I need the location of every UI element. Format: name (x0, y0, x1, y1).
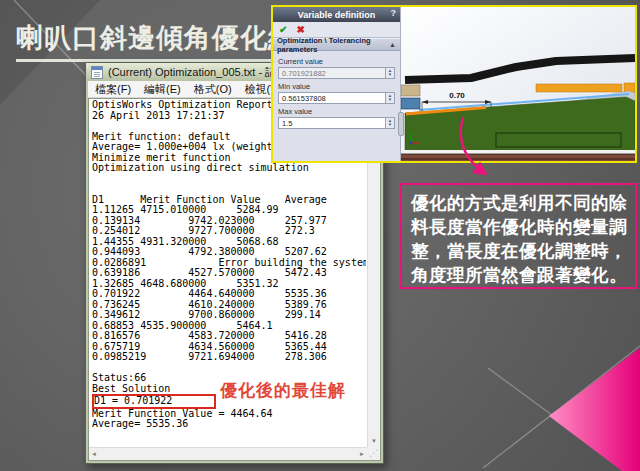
spinner-down-icon[interactable]: ▼ (388, 73, 392, 78)
slide-background: 喇叭口斜邊傾角優化結果 (Current) Optimization_005.t… (0, 0, 640, 471)
note-line: 角度理所當然會跟著變化。 (411, 263, 626, 287)
current-value-label: Current value (278, 57, 395, 66)
scroll-down-icon[interactable]: ▼ (368, 438, 380, 444)
notepad-window-title: (Current) Optimization_005.txt - 記事本 (108, 65, 298, 80)
software-screenshot-frame: Variable definition ? ✔ ✖ Optimization \… (271, 5, 637, 163)
menu-edit[interactable]: 編輯(E) (144, 82, 181, 97)
max-value-field[interactable]: 1.5 (278, 117, 386, 129)
dimension-label: 0.70 (441, 91, 473, 100)
scroll-right-icon[interactable]: ► (359, 451, 365, 457)
menu-format[interactable]: 格式(O) (194, 82, 232, 97)
spinner-down-icon[interactable]: ▼ (388, 123, 392, 128)
section-header-tolerancing[interactable]: Optimization \ Tolerancing parameters ▲ (273, 38, 400, 51)
collapse-icon[interactable]: ▲ (389, 41, 396, 48)
panel-splitter-handle[interactable] (398, 112, 404, 136)
best-solution-annotation: 優化後的最佳解 (220, 385, 346, 396)
dialog-title: Variable definition (298, 10, 376, 20)
scroll-left-icon[interactable]: ◄ (91, 451, 97, 457)
note-line: 料長度當作優化時的變量調 (411, 215, 626, 239)
explanation-text-box: 優化的方式是利用不同的除 料長度當作優化時的變量調 整，當長度在優化調整時， 角… (400, 183, 637, 289)
min-value-label: Min value (278, 82, 395, 91)
best-solution-highlight-box: D1 = 0.701922 (92, 394, 216, 409)
horizontal-scrollbar[interactable]: ◄ ► (89, 447, 367, 460)
corner-triangle (549, 348, 640, 471)
dialog-body: Current value 0.701921882 ▲ ▼ Min value … (273, 51, 400, 132)
spinner-down-icon[interactable]: ▼ (388, 98, 392, 103)
cad-viewport[interactable]: 0.70 (401, 7, 635, 161)
help-icon[interactable]: ? (391, 8, 397, 18)
max-value-label: Max value (278, 107, 395, 116)
note-line: 整，當長度在優化調整時， (411, 239, 626, 263)
note-line: 優化的方式是利用不同的除 (411, 191, 626, 215)
max-value-spinner[interactable]: ▲ ▼ (386, 117, 395, 129)
section-header-label: Optimization \ Tolerancing parameters (277, 36, 389, 54)
menu-file[interactable]: 檔案(F) (95, 82, 131, 97)
min-value-field[interactable]: 0.561537808 (278, 92, 386, 104)
cad-model-drawing (401, 7, 635, 161)
variable-definition-dialog: Variable definition ? ✔ ✖ Optimization \… (273, 7, 401, 161)
cancel-cross-icon[interactable]: ✖ (296, 24, 304, 35)
resize-grip-icon[interactable]: ⋰ (367, 447, 380, 460)
current-value-field: 0.701921882 (278, 67, 386, 79)
dialog-titlebar[interactable]: Variable definition ? (273, 7, 400, 22)
notepad-icon (91, 66, 103, 79)
min-value-spinner[interactable]: ▲ ▼ (386, 92, 395, 104)
current-value-spinner[interactable]: ▲ ▼ (386, 67, 395, 79)
report-text-bottom: Merit Function Value = 4464.64 Average= … (92, 409, 366, 430)
confirm-check-icon[interactable]: ✔ (279, 24, 287, 35)
